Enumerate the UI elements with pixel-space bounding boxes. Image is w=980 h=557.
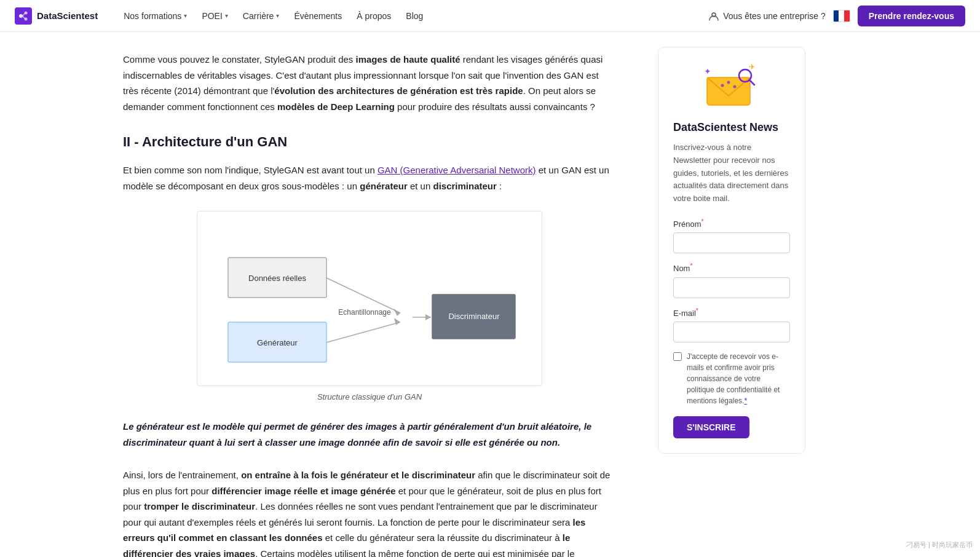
navbar: DataScientest Nos formations ▾ POEI ▾ Ca…: [0, 0, 980, 32]
diagram-svg-wrapper: Données réelles Générateur Echantillonna…: [197, 211, 542, 386]
prenom-input[interactable]: [673, 232, 790, 253]
svg-text:Données réelles: Données réelles: [248, 274, 306, 283]
main-content: Comme vous pouvez le constater, StyleGAN…: [0, 32, 646, 557]
svg-text:Générateur: Générateur: [257, 338, 298, 347]
svg-text:✈: ✈: [749, 63, 755, 71]
consent-checkbox[interactable]: [673, 352, 682, 361]
svg-point-24: [727, 81, 730, 84]
nom-label: Nom*: [673, 262, 790, 273]
gan-diagram: Données réelles Générateur Echantillonna…: [123, 211, 616, 401]
nom-input[interactable]: [673, 277, 790, 298]
language-flag[interactable]: [833, 10, 850, 22]
email-input[interactable]: [673, 322, 790, 342]
nav-poei[interactable]: POEI ▾: [196, 7, 234, 25]
svg-point-23: [721, 84, 724, 87]
article-blockquote: Le générateur est le modèle qui permet d…: [123, 419, 616, 450]
diagram-svg: Données réelles Générateur Echantillonna…: [210, 224, 529, 371]
sidebar-description: Inscrivez-vous à notre Newsletter pour r…: [673, 141, 790, 205]
newsletter-illustration: ✦ ✈: [701, 62, 762, 111]
watermark: 刁易号 | 时尚玩家岳币: [906, 540, 973, 550]
nav-blog[interactable]: Blog: [400, 7, 429, 25]
prenom-label: Prénom*: [673, 218, 790, 229]
logo-text: DataScientest: [37, 10, 98, 21]
consent-label: J'accepte de recevoir vos e-mails et con…: [687, 351, 790, 406]
section-heading: II - Architecture d'un GAN: [123, 134, 616, 150]
formations-chevron-icon: ▾: [184, 12, 187, 19]
logo-link[interactable]: DataScientest: [15, 7, 98, 25]
nav-evenements[interactable]: Évènements: [288, 7, 348, 25]
svg-text:✦: ✦: [704, 66, 711, 76]
svg-line-13: [326, 322, 400, 342]
svg-text:Discriminateur: Discriminateur: [448, 312, 500, 321]
svg-point-25: [733, 85, 737, 89]
logo-icon: [15, 7, 32, 25]
nav-formations[interactable]: Nos formations ▾: [117, 7, 193, 25]
enterprise-icon: [708, 10, 719, 22]
email-label: E-mail*: [673, 307, 790, 318]
svg-marker-17: [425, 314, 431, 320]
poei-chevron-icon: ▾: [225, 12, 228, 19]
nav-apropos[interactable]: À propos: [350, 7, 397, 25]
enterprise-link[interactable]: Vous êtes une entreprise ?: [708, 10, 826, 22]
cta-button[interactable]: Prendre rendez-vous: [858, 6, 965, 26]
svg-marker-12: [393, 309, 400, 316]
sidebar: ✦ ✈ DataScientest News Inscrivez-vous à …: [646, 32, 818, 557]
section-intro-paragraph: Et bien comme son nom l'indique, StyleGA…: [123, 162, 616, 194]
sidebar-illustration: ✦ ✈: [673, 62, 790, 111]
svg-rect-0: [15, 7, 32, 25]
svg-marker-14: [394, 318, 400, 325]
page-wrapper: Comme vous pouvez le constater, StyleGAN…: [0, 32, 980, 557]
gan-link[interactable]: GAN (Generative Adversarial Network): [377, 165, 536, 175]
intro-paragraph: Comme vous pouvez le constater, StyleGAN…: [123, 52, 616, 114]
subscribe-button[interactable]: S'INSCRIRE: [673, 416, 749, 438]
privacy-link[interactable]: *: [744, 397, 747, 405]
svg-text:Echantillonnage: Echantillonnage: [338, 308, 391, 317]
consent-row: J'accepte de recevoir vos e-mails et con…: [673, 351, 790, 406]
nav-carriere[interactable]: Carrière ▾: [237, 7, 286, 25]
sidebar-title: DataScientest News: [673, 121, 790, 134]
carriere-chevron-icon: ▾: [276, 12, 279, 19]
nav-links: Nos formations ▾ POEI ▾ Carrière ▾ Évène…: [117, 7, 708, 25]
main-paragraph: Ainsi, lors de l'entrainement, on entraî…: [123, 467, 616, 557]
svg-point-1: [19, 14, 23, 18]
newsletter-card: ✦ ✈ DataScientest News Inscrivez-vous à …: [658, 47, 805, 454]
diagram-caption: Structure classique d'un GAN: [317, 392, 422, 401]
nav-right: Vous êtes une entreprise ? Prendre rende…: [708, 6, 965, 26]
